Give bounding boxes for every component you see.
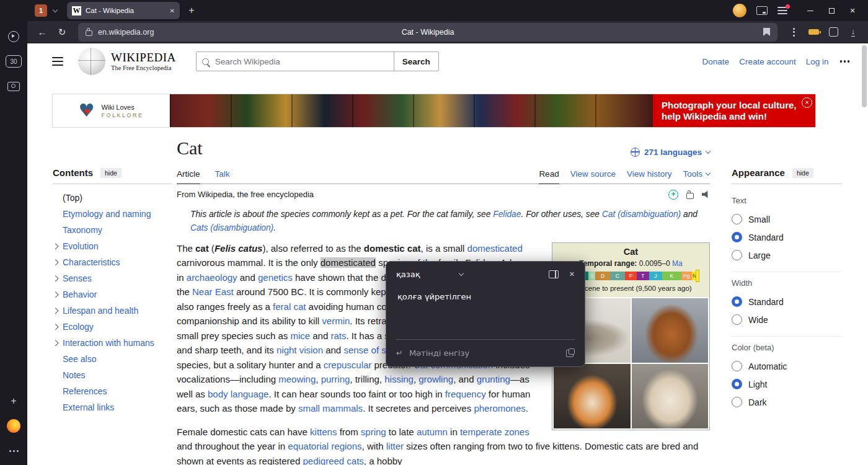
listen-icon[interactable] <box>702 191 710 198</box>
active-tab[interactable]: W Cat - Wikipedia ✕ <box>67 2 180 19</box>
radio-button[interactable] <box>732 296 742 307</box>
expand-chevron-icon[interactable] <box>53 292 58 298</box>
header-more-icon[interactable] <box>840 60 850 63</box>
expand-chevron-icon[interactable] <box>53 308 58 314</box>
expand-panel-icon[interactable] <box>549 270 559 278</box>
contents-link[interactable]: Behavior <box>63 290 97 299</box>
wiki-link[interactable]: autumn <box>417 427 448 437</box>
wiki-link[interactable]: night vision <box>277 345 323 355</box>
wiki-link[interactable]: Cat (disambiguation) <box>602 210 681 219</box>
expand-chevron-icon[interactable] <box>53 340 58 346</box>
new-tab-button[interactable]: + <box>184 2 200 19</box>
recent-browsing-icon[interactable] <box>4 27 23 46</box>
plus-circle-icon[interactable]: + <box>668 190 678 200</box>
target-language-select[interactable]: қазақ <box>396 270 463 279</box>
window-maximize-button[interactable] <box>821 1 842 20</box>
wiki-link[interactable]: archaeology <box>187 272 237 283</box>
menu-notification-icon[interactable] <box>777 7 787 14</box>
tab-group-chevron-icon[interactable] <box>53 7 58 12</box>
radio-option[interactable]: Light <box>732 375 842 393</box>
page-tab[interactable]: Talk <box>215 166 230 184</box>
wiki-link[interactable]: Near East <box>192 286 234 297</box>
wiki-link[interactable]: body language <box>208 389 268 399</box>
radio-option[interactable]: Dark <box>732 393 842 411</box>
reload-button[interactable]: ↻ <box>53 24 71 41</box>
contents-link[interactable]: Notes <box>63 370 86 380</box>
screen-capture-icon[interactable] <box>4 77 23 95</box>
view-tab[interactable]: View history <box>627 166 672 184</box>
view-tab[interactable]: Read <box>539 166 559 184</box>
wiki-link[interactable]: hissing <box>384 374 414 384</box>
cat-photo[interactable] <box>554 364 631 428</box>
screen-share-icon[interactable] <box>756 6 768 15</box>
contents-link[interactable]: (Top) <box>63 193 82 203</box>
expand-chevron-icon[interactable] <box>53 324 58 330</box>
wiki-link[interactable]: grunting <box>477 374 510 384</box>
view-tab[interactable]: Tools <box>683 166 710 184</box>
window-minimize-button[interactable] <box>800 1 821 20</box>
contents-link[interactable]: Interaction with humans <box>63 338 154 348</box>
back-button[interactable]: ← <box>33 24 51 41</box>
ma-link[interactable]: Ma <box>672 259 683 268</box>
header-link[interactable]: Donate <box>702 57 730 66</box>
radio-button[interactable] <box>732 361 742 371</box>
window-close-button[interactable]: ✕ <box>842 1 863 20</box>
wiki-link[interactable]: meowing <box>278 374 316 384</box>
sidebar-add-icon[interactable]: + <box>4 392 23 410</box>
contents-link[interactable]: Senses <box>63 273 92 283</box>
page-tab[interactable]: Article <box>177 166 200 184</box>
search-button[interactable]: Search <box>394 51 439 71</box>
wiki-link[interactable]: small mammals <box>298 403 363 414</box>
wiki-link[interactable]: Cats (disambiguation) <box>190 223 273 232</box>
appearance-hide-button[interactable]: hide <box>792 168 813 178</box>
view-tab[interactable]: View source <box>570 166 616 184</box>
firefox-logo[interactable] <box>4 417 23 435</box>
wiki-link[interactable]: pedigreed cats <box>303 456 363 465</box>
contents-link[interactable]: Characteristics <box>63 257 120 267</box>
cat-photo[interactable] <box>632 364 709 428</box>
contents-link[interactable]: Taxonomy <box>63 225 102 235</box>
radio-option[interactable]: Automatic <box>732 357 842 375</box>
expand-chevron-icon[interactable] <box>53 244 58 249</box>
radio-button[interactable] <box>732 214 742 224</box>
contents-link[interactable]: Ecology <box>63 322 94 332</box>
search-box[interactable] <box>196 51 394 71</box>
contents-link[interactable]: Etymology and naming <box>63 209 151 219</box>
wiki-link[interactable]: genetics <box>258 272 293 283</box>
wiki-link[interactable]: kittens <box>310 427 337 437</box>
copy-icon[interactable] <box>566 350 574 357</box>
downloads-button[interactable]: ↓ <box>844 24 862 41</box>
contents-link[interactable]: External links <box>63 402 114 412</box>
folklore-banner[interactable]: ♥ ♥ Wiki Loves FOLKLORE Photograph your … <box>53 94 815 127</box>
wiki-link[interactable]: frequency <box>445 389 486 399</box>
lock-icon[interactable] <box>86 30 92 36</box>
search-input[interactable] <box>214 56 388 67</box>
header-link[interactable]: Log in <box>806 57 829 66</box>
page-scrollbar-thumb[interactable] <box>862 45 867 107</box>
banner-close-icon[interactable]: ✕ <box>802 97 812 108</box>
url-bar[interactable]: en.wikipedia.org Cat - Wikipedia <box>78 23 777 42</box>
wiki-link[interactable]: feral cat <box>273 301 306 312</box>
tab-group-chip[interactable]: 1 <box>35 4 47 17</box>
radio-option[interactable]: Standard <box>732 293 842 311</box>
wiki-link[interactable]: spring <box>361 427 386 437</box>
languages-button[interactable]: 271 languages <box>631 148 710 159</box>
radio-option[interactable]: Large <box>732 246 842 264</box>
radio-button[interactable] <box>732 250 742 260</box>
battery-icon[interactable] <box>805 24 822 41</box>
wiki-link[interactable]: domesticated <box>467 243 523 254</box>
radio-option[interactable]: Standard <box>732 228 842 246</box>
radio-option[interactable]: Small <box>732 210 842 228</box>
cat-photo[interactable] <box>632 298 709 363</box>
wiki-link[interactable]: mice <box>290 330 310 341</box>
wiki-link[interactable]: equatorial regions <box>288 441 361 451</box>
translation-input[interactable]: ↵ Мәтінді енгізу <box>396 339 575 366</box>
radio-button[interactable] <box>732 232 742 242</box>
tab-counter-badge[interactable]: 30 <box>4 52 23 71</box>
banner-message-area[interactable]: Photograph your local culture, help Wiki… <box>653 94 815 127</box>
contents-link[interactable]: Lifespan and health <box>63 306 138 316</box>
overflow-menu-icon[interactable] <box>785 24 802 41</box>
wiki-link[interactable]: growling <box>418 374 453 384</box>
wiki-link[interactable]: vermin <box>322 316 350 326</box>
header-link[interactable]: Create account <box>739 57 796 66</box>
